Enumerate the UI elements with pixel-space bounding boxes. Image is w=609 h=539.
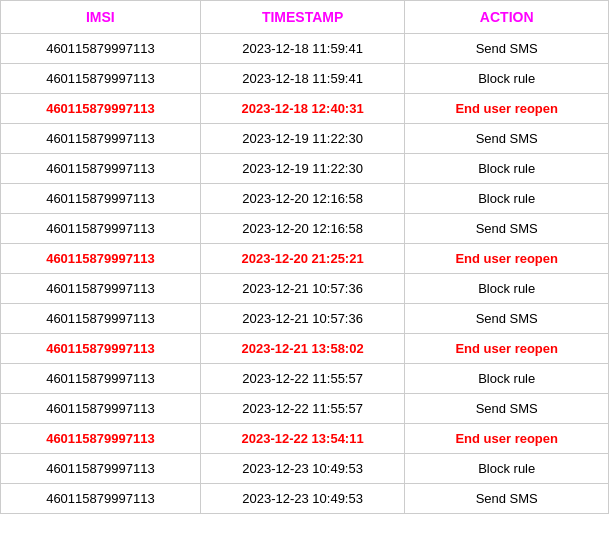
cell-imsi: 460115879997113 xyxy=(1,214,201,244)
cell-imsi: 460115879997113 xyxy=(1,484,201,514)
cell-action: Block rule xyxy=(405,364,609,394)
table-header-row: IMSI TIMESTAMP ACTION xyxy=(1,1,609,34)
cell-timestamp: 2023-12-21 10:57:36 xyxy=(200,274,405,304)
table-row: 4601158799971132023-12-19 11:22:30Block … xyxy=(1,154,609,184)
cell-action: Send SMS xyxy=(405,484,609,514)
table-row: 4601158799971132023-12-22 11:55:57Send S… xyxy=(1,394,609,424)
cell-timestamp: 2023-12-23 10:49:53 xyxy=(200,484,405,514)
table-row: 4601158799971132023-12-18 12:40:31End us… xyxy=(1,94,609,124)
table-row: 4601158799971132023-12-21 13:58:02End us… xyxy=(1,334,609,364)
cell-timestamp: 2023-12-18 11:59:41 xyxy=(200,64,405,94)
cell-action: Block rule xyxy=(405,454,609,484)
cell-action: End user reopen xyxy=(405,334,609,364)
cell-imsi: 460115879997113 xyxy=(1,424,201,454)
cell-imsi: 460115879997113 xyxy=(1,394,201,424)
table-row: 4601158799971132023-12-20 21:25:21End us… xyxy=(1,244,609,274)
cell-timestamp: 2023-12-21 10:57:36 xyxy=(200,304,405,334)
cell-timestamp: 2023-12-19 11:22:30 xyxy=(200,124,405,154)
cell-action: Send SMS xyxy=(405,124,609,154)
cell-imsi: 460115879997113 xyxy=(1,304,201,334)
cell-action: End user reopen xyxy=(405,94,609,124)
cell-timestamp: 2023-12-22 11:55:57 xyxy=(200,364,405,394)
cell-imsi: 460115879997113 xyxy=(1,274,201,304)
cell-timestamp: 2023-12-20 12:16:58 xyxy=(200,184,405,214)
cell-action: Block rule xyxy=(405,154,609,184)
table-row: 4601158799971132023-12-22 11:55:57Block … xyxy=(1,364,609,394)
cell-imsi: 460115879997113 xyxy=(1,34,201,64)
cell-action: Block rule xyxy=(405,64,609,94)
cell-timestamp: 2023-12-19 11:22:30 xyxy=(200,154,405,184)
cell-imsi: 460115879997113 xyxy=(1,94,201,124)
cell-timestamp: 2023-12-20 21:25:21 xyxy=(200,244,405,274)
data-table: IMSI TIMESTAMP ACTION 460115879997113202… xyxy=(0,0,609,514)
cell-timestamp: 2023-12-22 13:54:11 xyxy=(200,424,405,454)
header-action: ACTION xyxy=(405,1,609,34)
table-row: 4601158799971132023-12-23 10:49:53Send S… xyxy=(1,484,609,514)
header-imsi: IMSI xyxy=(1,1,201,34)
cell-imsi: 460115879997113 xyxy=(1,364,201,394)
table-row: 4601158799971132023-12-23 10:49:53Block … xyxy=(1,454,609,484)
table-row: 4601158799971132023-12-21 10:57:36Block … xyxy=(1,274,609,304)
table-row: 4601158799971132023-12-21 10:57:36Send S… xyxy=(1,304,609,334)
cell-action: End user reopen xyxy=(405,424,609,454)
cell-imsi: 460115879997113 xyxy=(1,244,201,274)
cell-imsi: 460115879997113 xyxy=(1,124,201,154)
cell-action: Block rule xyxy=(405,184,609,214)
table-row: 4601158799971132023-12-20 12:16:58Send S… xyxy=(1,214,609,244)
table-row: 4601158799971132023-12-18 11:59:41Block … xyxy=(1,64,609,94)
cell-timestamp: 2023-12-18 12:40:31 xyxy=(200,94,405,124)
cell-action: Send SMS xyxy=(405,394,609,424)
header-timestamp: TIMESTAMP xyxy=(200,1,405,34)
cell-imsi: 460115879997113 xyxy=(1,334,201,364)
cell-action: Block rule xyxy=(405,274,609,304)
cell-action: End user reopen xyxy=(405,244,609,274)
cell-imsi: 460115879997113 xyxy=(1,64,201,94)
cell-action: Send SMS xyxy=(405,34,609,64)
table-row: 4601158799971132023-12-20 12:16:58Block … xyxy=(1,184,609,214)
cell-imsi: 460115879997113 xyxy=(1,184,201,214)
cell-imsi: 460115879997113 xyxy=(1,454,201,484)
cell-timestamp: 2023-12-23 10:49:53 xyxy=(200,454,405,484)
table-row: 4601158799971132023-12-22 13:54:11End us… xyxy=(1,424,609,454)
cell-timestamp: 2023-12-20 12:16:58 xyxy=(200,214,405,244)
table-row: 4601158799971132023-12-19 11:22:30Send S… xyxy=(1,124,609,154)
cell-action: Send SMS xyxy=(405,214,609,244)
cell-timestamp: 2023-12-21 13:58:02 xyxy=(200,334,405,364)
table-row: 4601158799971132023-12-18 11:59:41Send S… xyxy=(1,34,609,64)
cell-action: Send SMS xyxy=(405,304,609,334)
cell-imsi: 460115879997113 xyxy=(1,154,201,184)
cell-timestamp: 2023-12-18 11:59:41 xyxy=(200,34,405,64)
cell-timestamp: 2023-12-22 11:55:57 xyxy=(200,394,405,424)
